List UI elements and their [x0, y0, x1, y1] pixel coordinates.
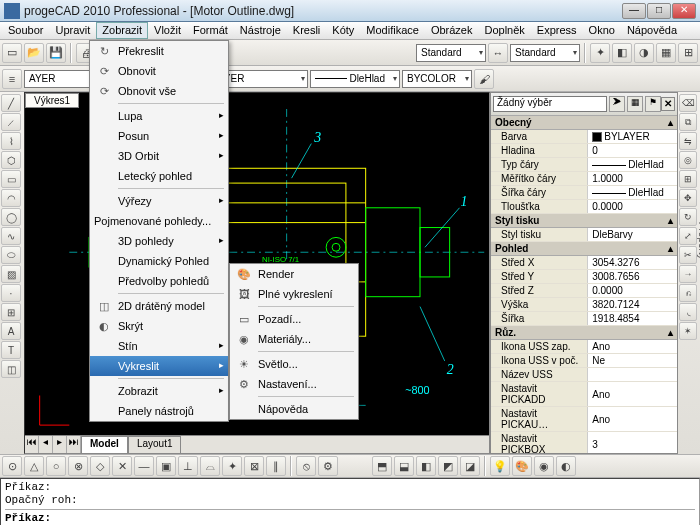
zmenu-3d-orbit[interactable]: 3D Orbit: [90, 146, 228, 166]
prop-value[interactable]: 0: [588, 144, 677, 158]
point-icon[interactable]: ·: [1, 284, 21, 302]
prop-row[interactable]: Měřítko čáry1.0000: [491, 172, 677, 186]
menu-formát[interactable]: Formát: [187, 22, 234, 39]
zmenu-dynamick-pohled[interactable]: Dynamický Pohled: [90, 251, 228, 271]
rmenu-render[interactable]: 🎨Render: [230, 264, 358, 284]
prop-group-Růz.[interactable]: Růz. ▴: [491, 326, 677, 340]
rectangle-icon[interactable]: ▭: [1, 170, 21, 188]
prop-row[interactable]: Střed X3054.3276: [491, 256, 677, 270]
osnap-set-icon[interactable]: ⚙: [318, 456, 338, 476]
save-icon[interactable]: 💾: [46, 43, 66, 63]
prop-group-Styl tisku[interactable]: Styl tisku ▴: [491, 214, 677, 228]
menu-zobrazit[interactable]: Zobrazit: [96, 22, 148, 39]
rmenu-materi-ly-[interactable]: ◉Materiály...: [230, 329, 358, 349]
mirror-icon[interactable]: ⇋: [679, 132, 697, 150]
prop-value[interactable]: 1918.4854: [588, 312, 677, 326]
prop-row[interactable]: Typ čáryDleHlad: [491, 158, 677, 172]
material-icon[interactable]: ◉: [534, 456, 554, 476]
snap-app-icon[interactable]: ⊠: [244, 456, 264, 476]
copy2-icon[interactable]: ⧉: [679, 113, 697, 131]
snap-near-icon[interactable]: ✦: [222, 456, 242, 476]
quick-select-icon[interactable]: ⚑: [645, 96, 661, 112]
prop-row[interactable]: Nastavit PICKAU…Ano: [491, 407, 677, 432]
dim-icon[interactable]: ↔: [488, 43, 508, 63]
prop-row[interactable]: Šířka čáryDleHlad: [491, 186, 677, 200]
menu-nápověda[interactable]: Nápověda: [621, 22, 683, 39]
light-icon[interactable]: 💡: [490, 456, 510, 476]
line-icon[interactable]: ╱: [1, 94, 21, 112]
prop-value[interactable]: [588, 368, 677, 382]
prop-group-Obecný[interactable]: Obecný ▴: [491, 116, 677, 130]
snap-ext-icon[interactable]: —: [134, 456, 154, 476]
rmenu-n-pov-da[interactable]: Nápověda: [230, 399, 358, 419]
prop-value[interactable]: Ne: [588, 354, 677, 368]
zmenu-p-edvolby-pohled-[interactable]: Předvolby pohledů: [90, 271, 228, 291]
minimize-button[interactable]: —: [622, 3, 646, 19]
zmenu-skr-t[interactable]: ◐Skrýt: [90, 316, 228, 336]
arc-icon[interactable]: ◠: [1, 189, 21, 207]
extend-icon[interactable]: →: [679, 265, 697, 283]
prop-value[interactable]: DleHlad: [588, 158, 677, 172]
prop-row[interactable]: Nastavit PICKADDAno: [491, 382, 677, 407]
menu-doplněk[interactable]: Doplněk: [478, 22, 530, 39]
tab-last-icon[interactable]: ⏭: [67, 436, 81, 453]
rotate-icon[interactable]: ↻: [679, 208, 697, 226]
rmenu-pozad-[interactable]: ▭Pozadí...: [230, 309, 358, 329]
pickadd-icon[interactable]: ⮞: [609, 96, 625, 112]
prop-row[interactable]: Šířka1918.4854: [491, 312, 677, 326]
menu-obrázek[interactable]: Obrázek: [425, 22, 479, 39]
prop-value[interactable]: Ano: [588, 382, 677, 407]
viewport-tab[interactable]: Výkres1: [25, 93, 79, 108]
prop-value[interactable]: Ano: [588, 407, 677, 432]
zmenu-p-ekreslit[interactable]: ↻Překreslit: [90, 41, 228, 61]
region-icon[interactable]: ◫: [1, 360, 21, 378]
offset-icon[interactable]: ◎: [679, 151, 697, 169]
snap-quad-icon[interactable]: ◇: [90, 456, 110, 476]
menu-vložit[interactable]: Vložit: [148, 22, 187, 39]
paint-icon[interactable]: 🖌: [474, 69, 494, 89]
zmenu-panely-n-stroj-[interactable]: Panely nástrojů: [90, 401, 228, 421]
tool-a-icon[interactable]: ✦: [590, 43, 610, 63]
view-side-icon[interactable]: ◧: [416, 456, 436, 476]
zmenu-2d-dr-t-n-model[interactable]: ◫2D drátěný model: [90, 296, 228, 316]
prop-value[interactable]: DleBarvy: [588, 228, 677, 242]
prop-row[interactable]: Ikona USS v poč.Ne: [491, 354, 677, 368]
zmenu-leteck-pohled[interactable]: Letecký pohled: [90, 166, 228, 186]
snap-node-icon[interactable]: ⊗: [68, 456, 88, 476]
view-front-icon[interactable]: ⬓: [394, 456, 414, 476]
prop-row[interactable]: Tloušťka0.0000: [491, 200, 677, 214]
tool-b-icon[interactable]: ◧: [612, 43, 632, 63]
zmenu-v-ezy[interactable]: Výřezy: [90, 191, 228, 211]
prop-value[interactable]: 3008.7656: [588, 270, 677, 284]
prop-value[interactable]: DleHlad: [588, 186, 677, 200]
prop-value[interactable]: 3820.7124: [588, 298, 677, 312]
prop-row[interactable]: Střed Z0.0000: [491, 284, 677, 298]
prop-group-Pohled[interactable]: Pohled ▴: [491, 242, 677, 256]
hatch-icon[interactable]: ▨: [1, 265, 21, 283]
prop-value[interactable]: 1.0000: [588, 172, 677, 186]
prop-row[interactable]: Styl tiskuDleBarvy: [491, 228, 677, 242]
rmenu-pln-vykreslen-[interactable]: 🖼Plné vykreslení: [230, 284, 358, 304]
view-iso2-icon[interactable]: ◪: [460, 456, 480, 476]
xline-icon[interactable]: ⟋: [1, 113, 21, 131]
lineweight-dropdown[interactable]: DleHlad: [310, 70, 400, 88]
color-dropdown[interactable]: BYCOLOR: [402, 70, 472, 88]
prop-value[interactable]: 0.0000: [588, 200, 677, 214]
open-icon[interactable]: 📂: [24, 43, 44, 63]
rmenu-sv-tlo-[interactable]: ☀Světlo...: [230, 354, 358, 374]
new-icon[interactable]: ▭: [2, 43, 22, 63]
zmenu-posun[interactable]: Posun: [90, 126, 228, 146]
zmenu-obnovit-v-e[interactable]: ⟳Obnovit vše: [90, 81, 228, 101]
circle-icon[interactable]: ◯: [1, 208, 21, 226]
snap-cen-icon[interactable]: ○: [46, 456, 66, 476]
prop-value[interactable]: 3054.3276: [588, 256, 677, 270]
layer-manager-icon[interactable]: ≡: [2, 69, 22, 89]
tab-first-icon[interactable]: ⏮: [25, 436, 39, 453]
selection-dropdown[interactable]: Žádný výběr: [493, 96, 607, 112]
array-icon[interactable]: ⊞: [679, 170, 697, 188]
trim-icon[interactable]: ✂: [679, 246, 697, 264]
tool-e-icon[interactable]: ⊞: [678, 43, 698, 63]
snap-tan-icon[interactable]: ⌓: [200, 456, 220, 476]
snap-mid-icon[interactable]: △: [24, 456, 44, 476]
prop-row[interactable]: BarvaBYLAYER: [491, 130, 677, 144]
